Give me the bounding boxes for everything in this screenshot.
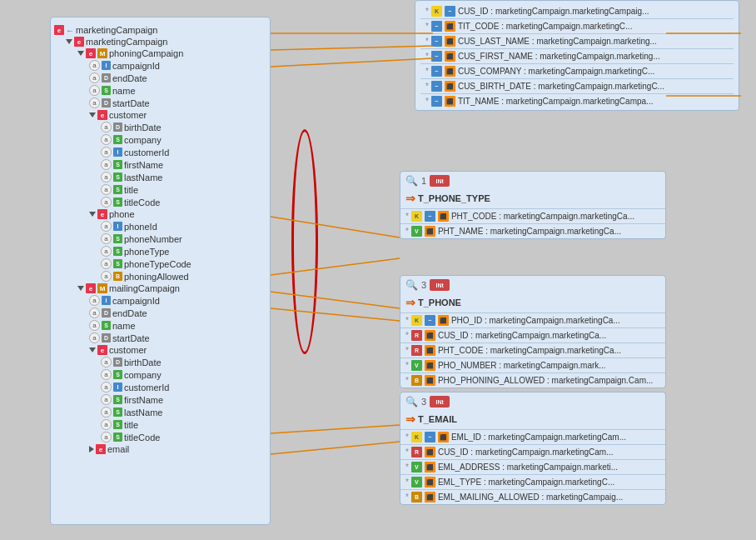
tree-item: a D endDate <box>54 307 266 319</box>
entity-icon: e <box>96 444 106 454</box>
table-row: * V ⬛ EML_ADDRESS : marketingCampaign.ma… <box>400 459 665 474</box>
table-row: * ~ ⬛ CUS_FIRST_NAME : marketingCampaign… <box>420 48 734 63</box>
tree-panel: e ← marketingCampaign e marketingCampaig… <box>50 17 271 525</box>
table-row: * ~ ⬛ CUS_COMPANY : marketingCampaign.ma… <box>420 63 734 78</box>
table-row: * V ⬛ EML_TYPE : marketingCampaign.marke… <box>400 474 665 489</box>
tree-item: a D startDate <box>54 97 266 109</box>
tree-item: a S title <box>54 418 266 431</box>
table-row: * R ⬛ PHT_CODE : marketingCampaign.marke… <box>400 342 665 358</box>
table-row: * R ⬛ CUS_ID : marketingCampaign.marketi… <box>400 328 665 342</box>
panel-header: 🔍 3 INt <box>400 276 665 294</box>
table-row: * K ~ ⬛ EML_ID : marketingCampaign.marke… <box>400 429 665 444</box>
int-badge: INt <box>430 175 450 187</box>
tree-item: a D birthDate <box>54 356 266 368</box>
tree-item[interactable]: e customer <box>54 344 266 356</box>
table-name: ⇒ T_PHONE_TYPE <box>400 190 665 208</box>
red-oval-annotation <box>291 129 318 354</box>
tree-item[interactable]: e phone <box>54 208 266 220</box>
table-row: * B ⬛ PHO_PHONING_ALLOWED : marketingCam… <box>400 372 665 388</box>
tree-root-label: marketingCampaign <box>76 25 157 35</box>
tree-item: a I customerId <box>54 146 266 158</box>
table-row: * ~ ⬛ TIT_NAME : marketingCampaign.marke… <box>420 93 734 108</box>
entity-icon: e <box>97 209 107 219</box>
entity-icon: e <box>54 25 64 35</box>
int-badge: INt <box>430 396 450 408</box>
entity-icon: e <box>86 48 96 58</box>
svg-line-5 <box>271 292 400 308</box>
panel-header: 🔍 1 INt <box>400 172 665 190</box>
expand-icon <box>89 348 96 352</box>
entity-icon: e <box>86 283 96 293</box>
tree-item: a D startDate <box>54 332 266 344</box>
table-row: * ~ ⬛ TIT_CODE : marketingCampaign.marke… <box>420 18 734 33</box>
tree-item: a S title <box>54 183 266 196</box>
table-row: * ~ ⬛ CUS_BIRTH_DATE : marketingCampaign… <box>420 78 734 93</box>
tree-item: a S name <box>54 84 266 97</box>
tree-item[interactable]: e marketingCampaign <box>54 36 266 48</box>
tree-item: a S lastName <box>54 406 266 418</box>
tree-item: a I campaignId <box>54 59 266 72</box>
expand-icon <box>77 51 84 56</box>
expand-icon <box>77 286 84 291</box>
tree-item: a S phoneNumber <box>54 232 266 245</box>
mode-icon: M <box>97 283 107 293</box>
tree-item: a I customerId <box>54 381 266 393</box>
tree-item: a B phoningAllowed <box>54 270 266 282</box>
tree-item: a D endDate <box>54 72 266 84</box>
tree-item: a S titleCode <box>54 431 266 443</box>
mode-icon: M <box>97 48 107 58</box>
table-row: * ~ ⬛ CUS_LAST_NAME : marketingCampaign.… <box>420 33 734 48</box>
expand-icon <box>89 446 94 452</box>
svg-line-1 <box>271 46 433 50</box>
svg-line-6 <box>271 308 400 321</box>
phone-panel: 🔍 3 INt ⇒ T_PHONE * K ~ ⬛ PHO_ID : marke… <box>400 275 666 388</box>
email-panel: 🔍 3 INt ⇒ T_EMAIL * K ~ ⬛ EML_ID : marke… <box>400 392 666 505</box>
tree-root[interactable]: e ← marketingCampaign <box>54 24 266 36</box>
tree-item[interactable]: e email <box>54 443 266 455</box>
entity-icon: e <box>97 345 107 355</box>
tree-item: a S lastName <box>54 171 266 183</box>
top-table-panel: * K ~ CUS_ID : marketingCampaign.marketi… <box>415 0 739 111</box>
phone-type-panel: 🔍 1 INt ⇒ T_PHONE_TYPE * K ~ ⬛ PHT_CODE … <box>400 171 666 239</box>
svg-line-7 <box>271 425 400 433</box>
tree-item: a D birthDate <box>54 121 266 133</box>
table-row: * B ⬛ EML_MAILING_ALLOWED : marketingCam… <box>400 489 665 504</box>
tree-item[interactable]: e M phoningCampaign <box>54 48 266 59</box>
tree-item: a S company <box>54 133 266 146</box>
table-name: ⇒ T_PHONE <box>400 294 665 312</box>
tree-item: a S titleCode <box>54 196 266 208</box>
entity-icon: e <box>97 110 107 120</box>
panel-header: 🔍 3 INt <box>400 392 665 411</box>
tree-item[interactable]: e M mailingCampaign <box>54 282 266 294</box>
svg-line-8 <box>271 442 400 454</box>
int-badge: INt <box>430 279 450 291</box>
svg-line-3 <box>271 217 400 238</box>
expand-icon <box>89 112 96 118</box>
table-row: * K ~ ⬛ PHO_ID : marketingCampaign.marke… <box>400 312 665 328</box>
svg-line-4 <box>271 258 400 275</box>
table-row: * V ⬛ PHT_NAME : marketingCampaign.marke… <box>400 223 665 238</box>
table-name: ⇒ T_EMAIL <box>400 411 665 429</box>
tree-item: a S company <box>54 368 266 381</box>
svg-line-2 <box>271 58 433 67</box>
tree-item: a S phoneTypeCode <box>54 258 266 270</box>
table-row: * K ~ CUS_ID : marketingCampaign.marketi… <box>420 4 734 18</box>
tree-item: a I phoneId <box>54 220 266 232</box>
table-row: * R ⬛ CUS_ID : marketingCampaign.marketi… <box>400 444 665 459</box>
entity-icon: e <box>74 37 84 47</box>
tree-firstname-phoning: a S firstName <box>54 158 266 171</box>
expand-icon <box>66 39 72 44</box>
tree-item: a S name <box>54 319 266 332</box>
tree-item: a S phoneType <box>54 245 266 258</box>
tree-firstname-mailing: a S firstName <box>54 393 266 406</box>
tree-item: a I campaignId <box>54 294 266 307</box>
table-row: * V ⬛ PHO_NUMBER : marketingCampaign.mar… <box>400 358 665 372</box>
table-row: * K ~ ⬛ PHT_CODE : marketingCampaign.mar… <box>400 208 665 223</box>
tree-item[interactable]: e customer <box>54 109 266 121</box>
expand-icon <box>89 212 96 217</box>
